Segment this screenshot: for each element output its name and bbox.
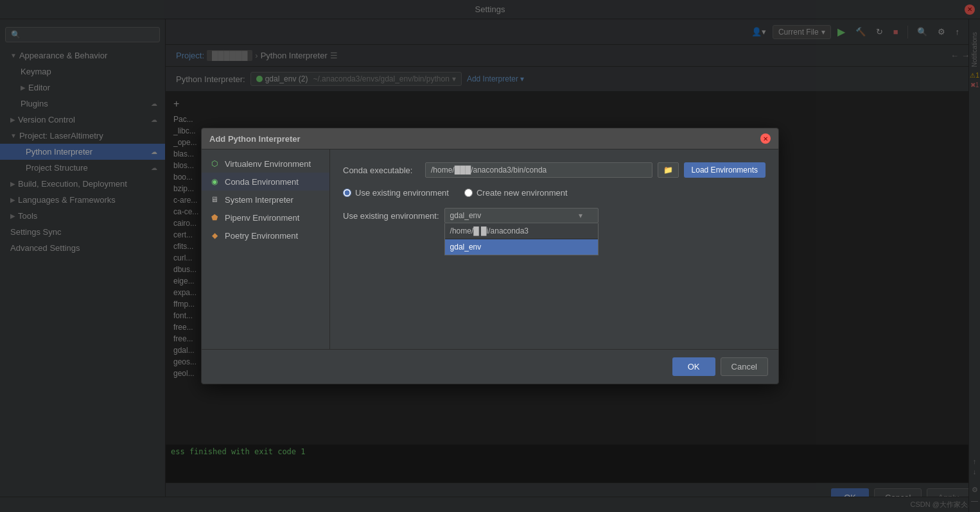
- modal-title: Add Python Interpreter: [209, 134, 301, 144]
- conda-executable-label: Conda executable:: [343, 166, 420, 175]
- create-new-radio-label[interactable]: Create new environment: [464, 188, 568, 198]
- modal-close-button[interactable]: ✕: [760, 133, 771, 144]
- modal-label-system: System Interpreter: [225, 195, 293, 205]
- create-new-label: Create new environment: [477, 188, 568, 198]
- conda-executable-input[interactable]: [425, 162, 652, 178]
- virtualenv-icon: ⬡: [209, 158, 220, 169]
- modal-sidebar-poetry[interactable]: ◆ Poetry Environment: [202, 226, 329, 244]
- modal-body: ⬡ Virtualenv Environment ◉ Conda Environ…: [202, 149, 778, 349]
- modal-title-bar: Add Python Interpreter ✕: [202, 128, 778, 149]
- use-existing-radio-label[interactable]: Use existing environment: [343, 188, 449, 198]
- modal-label-pipenv: Pipenv Environment: [225, 213, 299, 223]
- selected-env-label: gdal_env: [450, 211, 482, 220]
- env-option-label: /home/█ █i/anaconda3: [450, 226, 529, 235]
- conda-icon: ◉: [209, 176, 220, 187]
- use-existing-radio[interactable]: [343, 189, 351, 197]
- modal-footer: OK Cancel: [202, 349, 778, 384]
- browse-button[interactable]: 📁: [658, 162, 679, 178]
- add-interpreter-modal: Add Python Interpreter ✕ ⬡ Virtualenv En…: [201, 128, 779, 384]
- modal-label-conda: Conda Environment: [225, 177, 299, 187]
- env-option-anaconda3[interactable]: /home/█ █i/anaconda3: [445, 223, 598, 239]
- env-select[interactable]: gdal_env ▾: [444, 208, 599, 223]
- env-dropdown-list: /home/█ █i/anaconda3 gdal_env: [444, 223, 599, 255]
- poetry-icon: ◆: [209, 230, 220, 241]
- env-option-selected-label: gdal_env: [450, 243, 482, 252]
- modal-sidebar: ⬡ Virtualenv Environment ◉ Conda Environ…: [202, 149, 330, 349]
- env-dropdown-container: gdal_env ▾ /home/█ █i/anaconda3 gdal_env: [444, 208, 599, 223]
- conda-executable-row: Conda executable: 📁 Load Environments: [343, 162, 766, 178]
- create-new-radio[interactable]: [464, 189, 473, 197]
- modal-sidebar-system[interactable]: 🖥 System Interpreter: [202, 191, 329, 209]
- env-dropdown-arrow-icon: ▾: [579, 211, 582, 220]
- system-icon: 🖥: [209, 194, 220, 205]
- modal-label-poetry: Poetry Environment: [225, 231, 298, 241]
- modal-sidebar-pipenv[interactable]: ⬟ Pipenv Environment: [202, 209, 329, 226]
- modal-cancel-button[interactable]: Cancel: [721, 357, 768, 376]
- modal-overlay: Add Python Interpreter ✕ ⬡ Virtualenv En…: [0, 0, 980, 512]
- modal-sidebar-virtualenv[interactable]: ⬡ Virtualenv Environment: [202, 155, 329, 173]
- load-environments-button[interactable]: Load Environments: [684, 162, 766, 178]
- modal-ok-button[interactable]: OK: [672, 357, 715, 376]
- use-existing-label: Use existing environment: [355, 188, 449, 198]
- existing-env-row: Use existing environment: gdal_env ▾ /ho…: [343, 208, 766, 223]
- env-option-gdal[interactable]: gdal_env: [445, 239, 598, 255]
- pipenv-icon: ⬟: [209, 212, 220, 223]
- modal-main: Conda executable: 📁 Load Environments Us…: [330, 149, 778, 349]
- use-existing-env-label: Use existing environment:: [343, 211, 439, 221]
- environment-type-row: Use existing environment Create new envi…: [343, 188, 766, 198]
- modal-sidebar-conda[interactable]: ◉ Conda Environment: [202, 173, 329, 191]
- modal-label-virtualenv: Virtualenv Environment: [225, 159, 311, 169]
